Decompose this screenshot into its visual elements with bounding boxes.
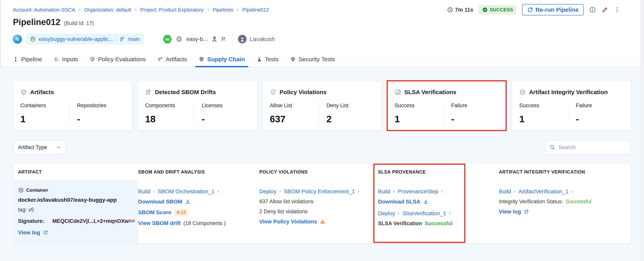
page-header: Account: Automation-SSCA Organization: d… bbox=[0, 0, 644, 52]
view-sbom-drift-link[interactable]: View SBOM drift bbox=[138, 220, 180, 226]
stat-value: 1 bbox=[20, 114, 69, 124]
kebab-menu-icon[interactable] bbox=[614, 6, 620, 13]
branch-name-link[interactable]: main bbox=[128, 36, 140, 42]
chevron-right-icon bbox=[448, 212, 452, 215]
search-input[interactable] bbox=[558, 144, 629, 150]
tab-label: Tests bbox=[265, 56, 278, 63]
slsa-step1-link[interactable]: ProvenanceStep bbox=[398, 188, 438, 195]
service-name[interactable]: easy-b... bbox=[186, 36, 208, 42]
tab-policy-evaluations[interactable]: Policy Evaluations bbox=[90, 52, 146, 67]
stat-value: 1 bbox=[519, 114, 568, 124]
signature-label: Signature: bbox=[18, 218, 44, 224]
chevron-right-icon bbox=[206, 8, 210, 11]
slsa-status-value: Successful bbox=[425, 221, 453, 227]
integrity-view-log-link[interactable]: View log bbox=[499, 209, 521, 215]
slsa-stage2-link[interactable]: Deploy bbox=[378, 210, 395, 217]
tab-tests[interactable]: Tests bbox=[256, 52, 278, 67]
tab-supply-chain[interactable]: Supply Chain bbox=[198, 52, 245, 67]
refresh-icon bbox=[527, 7, 533, 13]
stat-label: Components bbox=[145, 102, 194, 109]
cube-icon bbox=[20, 89, 27, 95]
tab-pipeline[interactable]: Pipeline bbox=[13, 52, 42, 67]
card-title: Policy Violations bbox=[280, 89, 327, 95]
integrity-status-label: Integrity Verification Status: bbox=[499, 199, 563, 205]
search-box[interactable] bbox=[545, 140, 631, 154]
tab-artifacts[interactable]: Artifacts bbox=[158, 52, 187, 67]
stat-label: Repositories bbox=[77, 102, 126, 109]
repo-pill[interactable]: easybuggy-vulnerable-applic... main bbox=[26, 34, 144, 45]
sbom-step-link[interactable]: SBOM Orchestration_1 bbox=[158, 188, 214, 195]
column-header-sbom: SBOM AND DRIFT ANALYSIS bbox=[138, 169, 259, 175]
card-title: Artifact Integrity Verification bbox=[529, 89, 608, 95]
stat-deny-list: Deny List 2 bbox=[319, 102, 376, 124]
info-icon[interactable] bbox=[589, 6, 596, 13]
artifact-cell: Container docker.io/lavakush07/easy-bugg… bbox=[13, 180, 138, 244]
slsa-stage1-link[interactable]: Build bbox=[378, 188, 390, 195]
breadcrumb-organization[interactable]: Organization: default bbox=[84, 7, 131, 13]
integrity-status-value: Successful bbox=[566, 199, 591, 205]
stat-label: Success bbox=[394, 102, 444, 109]
card-title: Artifacts bbox=[30, 89, 54, 95]
environment-abbrev[interactable]: P. bbox=[222, 36, 226, 42]
breadcrumb-pipeline012[interactable]: Pipeline012 bbox=[242, 7, 269, 13]
security-shield-icon bbox=[290, 56, 296, 62]
scrollbar[interactable] bbox=[640, 0, 644, 261]
slsa-step2-link[interactable]: SlsaVerification_1 bbox=[402, 210, 446, 217]
title-row: Pipeline012 (Build Id: 17) bbox=[13, 17, 620, 27]
tab-label: Pipeline bbox=[21, 56, 42, 63]
breadcrumb-account[interactable]: Account: Automation-SSCA bbox=[13, 7, 75, 13]
trigger-avatar-icon bbox=[13, 35, 22, 44]
run-meta: 7m 11s SUCCESS Re-run Pipeline bbox=[447, 4, 620, 15]
integrity-stage-link[interactable]: Build bbox=[499, 188, 511, 195]
download-icon bbox=[185, 199, 190, 205]
execution-context: ∞ ⚙ easy-b... P. bbox=[163, 35, 226, 44]
chevron-right-icon bbox=[152, 190, 156, 193]
artifact-type-dropdown[interactable]: Artifact Type bbox=[13, 140, 66, 154]
artifact-view-log-link[interactable]: View log bbox=[18, 230, 40, 236]
run-duration-value: 7m 11s bbox=[455, 7, 473, 13]
chevron-right-icon bbox=[357, 190, 360, 193]
rerun-pipeline-button[interactable]: Re-run Pipeline bbox=[522, 4, 584, 15]
card-slsa-verifications: SLSA Verifications Success 1 Failure - bbox=[388, 81, 506, 130]
artifact-image-name: docker.io/lavakush07/easy-buggy-app bbox=[18, 197, 132, 203]
chevron-right-icon bbox=[134, 8, 138, 11]
chevron-right-icon bbox=[570, 190, 574, 193]
stat-label: Deny List bbox=[326, 102, 376, 109]
chevron-right-icon bbox=[513, 190, 516, 193]
column-header-artifact: ARTIFACT bbox=[13, 169, 138, 175]
tab-security-tests[interactable]: Security Tests bbox=[290, 52, 335, 67]
download-sbom-link[interactable]: Download SBOM bbox=[138, 199, 182, 205]
tab-label: Artifacts bbox=[166, 56, 187, 63]
repo-name-link[interactable]: easybuggy-vulnerable-applic... bbox=[39, 36, 113, 42]
stat-label: Allow List bbox=[270, 102, 319, 109]
sbom-stage-link[interactable]: Build bbox=[138, 188, 150, 195]
download-slsa-link[interactable]: Download SLSA bbox=[378, 199, 420, 205]
slsa-icon bbox=[394, 89, 401, 95]
card-artifacts: Artifacts Containers 1 Repositories - bbox=[13, 81, 132, 130]
check-circle-icon bbox=[482, 7, 488, 12]
breadcrumb-pipelines[interactable]: Pipelines bbox=[213, 7, 234, 13]
sbom-score-link[interactable]: SBOM Score bbox=[138, 209, 172, 216]
tab-inputs[interactable]: Inputs bbox=[54, 52, 78, 67]
stat-value: 18 bbox=[145, 114, 194, 124]
policy-step-link[interactable]: SBOM Policy Enforcement_1 bbox=[284, 188, 355, 195]
stat-slsa-success: Success 1 bbox=[394, 102, 444, 124]
edit-pencil-icon[interactable] bbox=[601, 6, 608, 13]
build-id: (Build Id: 17) bbox=[64, 20, 94, 26]
stat-licenses: Licenses - bbox=[194, 102, 251, 124]
view-policy-violations-link[interactable]: View Policy Violations bbox=[259, 219, 317, 225]
integrity-step-link[interactable]: ArtifactVerification_1 bbox=[518, 188, 568, 195]
card-artifact-integrity: Artifact Integrity Verification Success … bbox=[512, 81, 631, 130]
ci-module-icon: ∞ bbox=[163, 35, 172, 44]
signature-value[interactable]: MEQCICde2Vjl...L+2+mqnOXw== bbox=[48, 217, 139, 226]
stat-value: 2 bbox=[326, 114, 376, 124]
policy-stage-link[interactable]: Deploy bbox=[259, 188, 276, 195]
card-title: Detected SBOM Drifts bbox=[155, 89, 216, 95]
integrity-cell: Build ArtifactVerification_1 Integrity V… bbox=[499, 180, 631, 244]
slsa-cell: Build ProvenanceStep Download SLSA Deplo… bbox=[378, 180, 499, 244]
vertical-divider bbox=[232, 32, 232, 46]
breadcrumb-project[interactable]: Project: Product Exploratory bbox=[140, 7, 204, 13]
stat-value: - bbox=[202, 114, 251, 124]
artifact-type-label: Artifact Type bbox=[18, 144, 47, 150]
table-row: Container docker.io/lavakush07/easy-bugg… bbox=[13, 180, 631, 244]
